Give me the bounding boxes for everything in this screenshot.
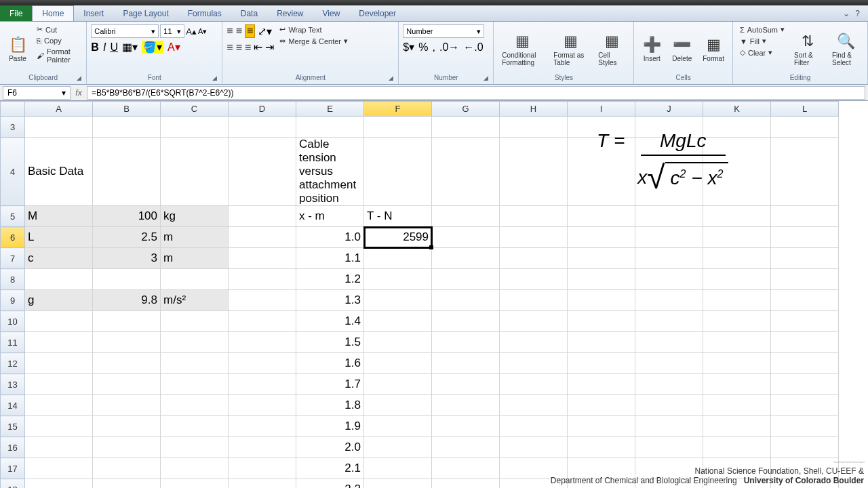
cell-F12[interactable] bbox=[364, 353, 432, 374]
cell-B3[interactable] bbox=[93, 117, 161, 138]
cell-G11[interactable] bbox=[432, 332, 500, 353]
font-size-select[interactable]: 11▾ bbox=[160, 24, 184, 38]
format-cells-button[interactable]: ▦Format bbox=[698, 24, 728, 74]
cell-L5[interactable] bbox=[771, 206, 839, 227]
cut-button[interactable]: ✂Cut bbox=[34, 24, 82, 35]
cell-G15[interactable] bbox=[432, 416, 500, 437]
cell-H6[interactable] bbox=[500, 227, 568, 248]
row-header-10[interactable]: 10 bbox=[1, 311, 25, 332]
row-header-12[interactable]: 12 bbox=[1, 353, 25, 374]
cell-G5[interactable] bbox=[432, 206, 500, 227]
cell-B14[interactable] bbox=[93, 395, 161, 416]
cell-G8[interactable] bbox=[432, 269, 500, 290]
cell-D4[interactable] bbox=[229, 138, 296, 206]
cell-E18[interactable]: 2.2 bbox=[296, 479, 364, 489]
percent-icon[interactable]: % bbox=[418, 41, 428, 54]
cell-A13[interactable] bbox=[25, 374, 93, 395]
cell-G13[interactable] bbox=[432, 374, 500, 395]
row-header-5[interactable]: 5 bbox=[1, 206, 25, 227]
indent-inc-icon[interactable]: ⇥ bbox=[265, 41, 274, 54]
row-header-11[interactable]: 11 bbox=[1, 332, 25, 353]
cell-D5[interactable] bbox=[229, 206, 296, 227]
cell-D7[interactable] bbox=[229, 248, 296, 269]
cell-F15[interactable] bbox=[364, 416, 432, 437]
cell-B7[interactable]: 3 bbox=[93, 248, 161, 269]
border-button[interactable]: ▦▾ bbox=[122, 41, 138, 54]
cell-F13[interactable] bbox=[364, 374, 432, 395]
tab-view[interactable]: View bbox=[313, 6, 350, 21]
alignment-launcher-icon[interactable]: ◢ bbox=[389, 75, 397, 83]
tab-home[interactable]: Home bbox=[32, 5, 74, 21]
cell-D9[interactable] bbox=[229, 290, 296, 311]
row-header-17[interactable]: 17 bbox=[1, 458, 25, 479]
cell-F16[interactable] bbox=[364, 437, 432, 458]
cell-F11[interactable] bbox=[364, 332, 432, 353]
cell-J5[interactable] bbox=[635, 206, 703, 227]
cell-A11[interactable] bbox=[25, 332, 93, 353]
cell-G12[interactable] bbox=[432, 353, 500, 374]
file-tab[interactable]: File bbox=[0, 5, 32, 21]
italic-button[interactable]: I bbox=[103, 41, 106, 54]
name-box[interactable]: F6▾ bbox=[3, 86, 71, 100]
cell-C7[interactable]: m bbox=[161, 248, 229, 269]
cell-B18[interactable] bbox=[93, 479, 161, 489]
tab-data[interactable]: Data bbox=[231, 6, 267, 21]
cell-A18[interactable] bbox=[25, 479, 93, 489]
cell-D3[interactable] bbox=[229, 117, 296, 138]
currency-icon[interactable]: $▾ bbox=[403, 41, 414, 54]
cell-I7[interactable] bbox=[568, 248, 635, 269]
cell-C4[interactable] bbox=[161, 138, 229, 206]
cell-J16[interactable] bbox=[635, 437, 703, 458]
bold-button[interactable]: B bbox=[91, 41, 99, 54]
cell-H8[interactable] bbox=[500, 269, 568, 290]
cell-L10[interactable] bbox=[771, 311, 839, 332]
grow-font-icon[interactable]: A▴ bbox=[186, 26, 197, 37]
col-header-J[interactable]: J bbox=[635, 102, 703, 117]
cell-I10[interactable] bbox=[568, 311, 635, 332]
cell-G9[interactable] bbox=[432, 290, 500, 311]
cell-A7[interactable]: c bbox=[25, 248, 93, 269]
cell-F3[interactable] bbox=[364, 117, 432, 138]
cell-J7[interactable] bbox=[635, 248, 703, 269]
cell-B4[interactable] bbox=[93, 138, 161, 206]
autosum-button[interactable]: ΣAutoSum▾ bbox=[737, 24, 787, 35]
cell-styles-button[interactable]: ▦Cell Styles bbox=[594, 24, 629, 74]
col-header-E[interactable]: E bbox=[296, 102, 364, 117]
cell-H15[interactable] bbox=[500, 416, 568, 437]
cell-F9[interactable] bbox=[364, 290, 432, 311]
row-header-7[interactable]: 7 bbox=[1, 248, 25, 269]
cell-L9[interactable] bbox=[771, 290, 839, 311]
align-center-icon[interactable]: ≡ bbox=[236, 41, 242, 54]
wrap-text-button[interactable]: ↩Wrap Text bbox=[277, 24, 351, 35]
cell-L8[interactable] bbox=[771, 269, 839, 290]
cell-E7[interactable]: 1.1 bbox=[296, 248, 364, 269]
fx-button[interactable]: fx bbox=[71, 88, 87, 98]
col-header-I[interactable]: I bbox=[568, 102, 635, 117]
col-header-F[interactable]: F bbox=[364, 102, 432, 117]
cell-B9[interactable]: 9.8 bbox=[93, 290, 161, 311]
cell-F18[interactable] bbox=[364, 479, 432, 489]
cell-D18[interactable] bbox=[229, 479, 296, 489]
row-header-3[interactable]: 3 bbox=[1, 117, 25, 138]
tab-formulas[interactable]: Formulas bbox=[178, 6, 231, 21]
cell-H12[interactable] bbox=[500, 353, 568, 374]
row-header-9[interactable]: 9 bbox=[1, 290, 25, 311]
cell-K8[interactable] bbox=[703, 269, 771, 290]
cell-I11[interactable] bbox=[568, 332, 635, 353]
cell-A6[interactable]: L bbox=[25, 227, 93, 248]
cell-D8[interactable] bbox=[229, 269, 296, 290]
cell-B10[interactable] bbox=[93, 311, 161, 332]
cell-J11[interactable] bbox=[635, 332, 703, 353]
cell-D16[interactable] bbox=[229, 437, 296, 458]
cell-L14[interactable] bbox=[771, 395, 839, 416]
cell-K15[interactable] bbox=[703, 416, 771, 437]
cell-L6[interactable] bbox=[771, 227, 839, 248]
conditional-formatting-button[interactable]: ▦Conditional Formatting bbox=[498, 24, 547, 74]
cell-A12[interactable] bbox=[25, 353, 93, 374]
font-color-button[interactable]: A▾ bbox=[167, 41, 180, 54]
cell-C15[interactable] bbox=[161, 416, 229, 437]
cell-G17[interactable] bbox=[432, 458, 500, 479]
format-painter-button[interactable]: 🖌Format Painter bbox=[34, 47, 82, 64]
cell-H10[interactable] bbox=[500, 311, 568, 332]
cell-F17[interactable] bbox=[364, 458, 432, 479]
